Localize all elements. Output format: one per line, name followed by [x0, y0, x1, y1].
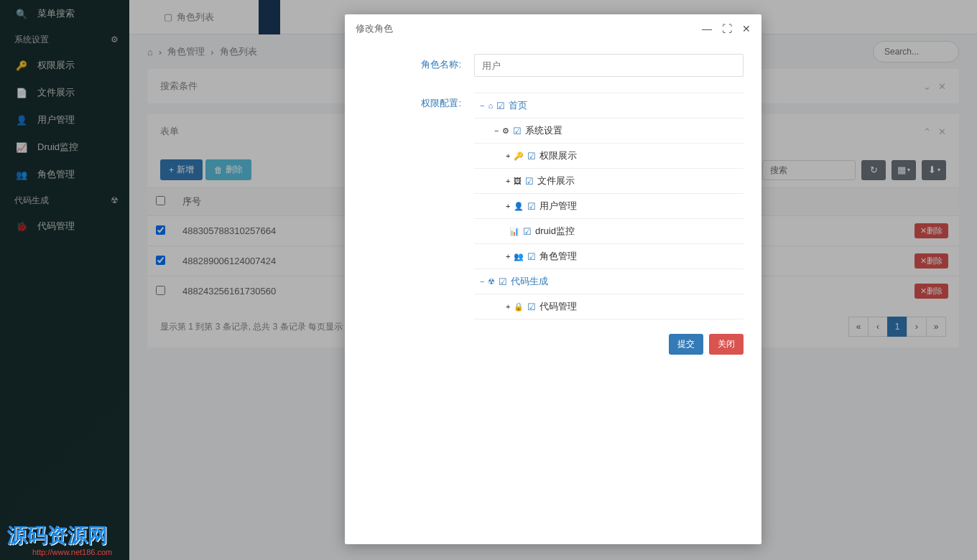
check-icon[interactable]: ☑	[527, 251, 536, 262]
tree-node[interactable]: −☢☑代码生成	[474, 269, 744, 294]
tree-node[interactable]: +🔑☑权限展示	[474, 144, 744, 169]
expand-icon[interactable]: +	[506, 302, 510, 311]
watermark-url: http://www.net186.com	[32, 548, 112, 556]
node-icon: ☢	[488, 277, 495, 286]
check-icon[interactable]: ☑	[499, 276, 507, 287]
node-icon: 👥	[514, 252, 524, 261]
check-icon[interactable]: ☑	[496, 101, 505, 111]
maximize-icon[interactable]: ⛶	[722, 23, 732, 34]
submit-button[interactable]: 提交	[669, 334, 703, 355]
edit-role-modal: 修改角色 — ⛶ ✕ 角色名称: 权限配置: −⌂☑首页−⚙☑系统设置+🔑☑权限…	[345, 14, 761, 544]
node-icon: ⌂	[488, 101, 493, 110]
expand-icon[interactable]: +	[506, 252, 510, 261]
close-icon[interactable]: ✕	[742, 23, 751, 34]
close-button[interactable]: 关闭	[709, 334, 744, 355]
check-icon[interactable]: ☑	[527, 201, 536, 212]
tree-node[interactable]: 📊☑druid监控	[474, 219, 744, 244]
node-icon: 👤	[514, 202, 524, 211]
role-name-label: 角色名称:	[363, 54, 474, 77]
minimize-icon[interactable]: —	[702, 23, 712, 34]
perm-config-label: 权限配置:	[363, 93, 474, 355]
node-icon: 🖼	[514, 177, 522, 185]
check-icon[interactable]: ☑	[513, 126, 522, 136]
expand-icon[interactable]: −	[480, 277, 484, 286]
watermark: 源码资源网	[7, 522, 108, 549]
tree-node[interactable]: +👤☑用户管理	[474, 194, 744, 219]
node-icon: 📊	[509, 227, 519, 236]
node-icon: 🔒	[514, 302, 524, 312]
check-icon[interactable]: ☑	[525, 176, 534, 187]
tree-node[interactable]: −⌂☑首页	[474, 93, 744, 118]
node-icon: ⚙	[502, 126, 509, 136]
tree-node[interactable]: +👥☑角色管理	[474, 244, 744, 269]
expand-icon[interactable]: +	[506, 177, 510, 185]
expand-icon[interactable]: +	[506, 151, 510, 160]
expand-icon[interactable]: −	[494, 126, 499, 135]
check-icon[interactable]: ☑	[527, 302, 536, 312]
expand-icon[interactable]: +	[506, 202, 510, 210]
check-icon[interactable]: ☑	[523, 226, 532, 237]
permission-tree: −⌂☑首页−⚙☑系统设置+🔑☑权限展示+🖼☑文件展示+👤☑用户管理📊☑druid…	[474, 93, 744, 319]
node-icon: 🔑	[514, 151, 524, 161]
tree-node[interactable]: +🖼☑文件展示	[474, 169, 744, 194]
modal-title: 修改角色	[356, 22, 393, 35]
check-icon[interactable]: ☑	[527, 151, 536, 162]
tree-node[interactable]: +🔒☑代码管理	[474, 294, 744, 319]
tree-node[interactable]: −⚙☑系统设置	[474, 118, 744, 144]
expand-icon[interactable]: −	[480, 101, 484, 110]
role-name-input[interactable]	[474, 54, 744, 77]
